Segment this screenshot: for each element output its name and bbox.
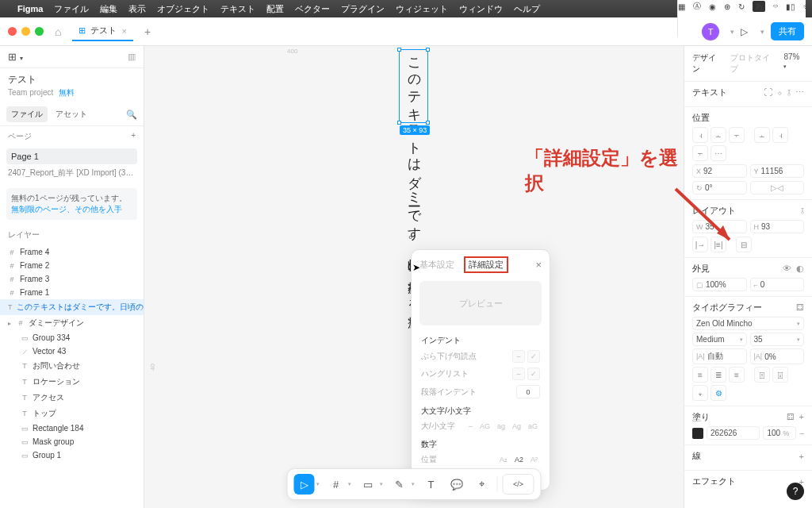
font-weight-select[interactable]: Medium▾ [692,333,747,346]
layer-item[interactable]: ▸#ダミーデザイン [0,315,144,331]
layer-item[interactable]: Tロケーション [0,374,144,390]
layer-item[interactable]: Tトップ [0,406,144,421]
chevron-down-icon[interactable]: ▾ [412,481,415,487]
tab-design[interactable]: デザイン [692,52,722,75]
text-settings-button[interactable]: ⚙ [710,385,726,401]
status-icon[interactable]: ⊕ [724,2,730,11]
status-icon[interactable]: ▦ [678,2,685,11]
layer-item[interactable]: #Frame 4 [0,245,144,259]
line-height-input[interactable]: |A|自動 [692,348,747,364]
menu-item[interactable]: ベクター [295,3,330,15]
plan-badge[interactable]: 無料 [59,88,75,97]
text-align-right-icon[interactable]: ≡ [729,367,745,383]
x-input[interactable]: X92 [692,164,747,178]
help-button[interactable]: ? [787,483,804,500]
opacity-input[interactable]: ▢100% [692,278,747,291]
align-left-icon[interactable]: ⫞ [692,127,708,143]
popup-tab-advanced[interactable]: 詳細設定 [464,256,508,273]
close-icon[interactable]: × [535,259,542,271]
text-valign-mid-icon[interactable]: ⍗ [772,367,788,383]
menu-item[interactable]: 表示 [128,3,146,15]
chevron-down-icon[interactable]: ▾ [760,28,764,36]
present-button[interactable]: ▷ [741,26,748,37]
text-align-left-icon[interactable]: ≡ [692,367,708,383]
selection-box[interactable] [399,49,428,123]
bluetooth-icon[interactable]: ⌔ [773,2,778,11]
chevron-down-icon[interactable]: ▾ [348,481,351,487]
layer-item[interactable]: ▭Group 334 [0,331,144,344]
tab-close-icon[interactable]: × [121,26,126,36]
toggle-on[interactable]: ✓ [527,350,540,363]
add-page-button[interactable]: + [131,131,136,142]
position-options[interactable]: A₂A2A² [497,454,540,465]
fill-hex-input[interactable]: 262626 [707,426,760,440]
style-icon[interactable]: ⚃ [796,302,804,313]
move-tool[interactable]: ▷ [294,474,315,495]
layer-item[interactable]: #Frame 2 [0,259,144,272]
menu-item[interactable]: ウィジェット [396,3,448,15]
status-icon[interactable]: ↻ [738,2,745,11]
frame-tool[interactable]: # [326,474,347,495]
ime-icon[interactable]: あ [753,1,765,12]
close-icon[interactable] [8,27,17,36]
layer-item[interactable]: Tこのテキストはダミーです。日頃の… [0,299,144,315]
tab-prototype[interactable]: プロトタイプ [730,52,776,75]
menu-item[interactable]: ファイル [54,3,89,15]
canvas[interactable]: 40 400 このテキストはダミーです。日頃の疲れを癒 35 × 93 「詳細設… [144,46,684,508]
file-tab[interactable]: ⊞ テスト × [72,21,132,41]
corner-input[interactable]: ⌐0 [750,278,805,291]
minimize-icon[interactable] [21,27,30,36]
y-input[interactable]: Y11156 [750,164,805,178]
toggle-off[interactable]: – [512,350,525,363]
tab-assets[interactable]: アセット [51,106,92,122]
align-top-icon[interactable]: ⫠ [754,127,770,143]
layer-item[interactable]: Tお問い合わせ [0,358,144,374]
zoom-level[interactable]: 87% ▾ [783,52,804,75]
menu-item[interactable]: ウィンドウ [459,3,503,15]
page-item[interactable]: Page 1 [6,148,137,164]
chevron-down-icon[interactable]: ▾ [730,28,734,36]
tab-file[interactable]: ファイル [6,106,48,122]
autolayout-add-icon[interactable]: ⫱ [801,206,804,216]
text-align-center-icon[interactable]: ≣ [710,367,726,383]
layer-item[interactable]: ▭Group 1 [0,448,144,462]
layer-item[interactable]: #Frame 3 [0,272,144,286]
menu-app[interactable]: Figma [17,4,43,13]
page-item[interactable]: 2407_Report_前半 [XD Import] (30-Ju… [0,166,144,183]
add-stroke-button[interactable]: + [799,452,804,461]
menu-item[interactable]: ヘルプ [514,3,540,15]
menu-item[interactable]: オブジェクト [157,3,209,15]
line-icon[interactable]: ◉ [709,2,716,11]
case-options[interactable]: –AGagAgaG [466,421,540,432]
letter-spacing-input[interactable]: |A|0% [750,348,805,364]
more-align-icon[interactable]: ⋯ [710,145,726,161]
link-icon[interactable]: ⛶ [764,87,772,98]
search-icon[interactable]: 🔍 [126,110,137,120]
menu-item[interactable]: 編集 [100,3,117,15]
wifi-icon[interactable]: ᯤ [803,2,806,11]
align-right-icon[interactable]: ⫟ [729,127,745,143]
font-family-select[interactable]: Zen Old Mincho▾ [692,317,804,330]
menu-item[interactable]: 配置 [266,3,284,15]
avatar[interactable]: T [702,23,719,40]
fill-opacity-input[interactable]: 100% [763,426,796,440]
battery-icon[interactable]: ▮▯ [786,2,795,11]
align-hcenter-icon[interactable]: ⫠ [710,127,726,143]
visibility-icon[interactable]: 👁 [783,264,791,274]
zoom-icon[interactable] [35,27,44,36]
project-name[interactable]: テスト [8,73,136,87]
share-button[interactable]: 共有 [771,22,804,40]
expand-icon[interactable]: ▸ [8,320,11,327]
fill-swatch[interactable] [692,428,703,439]
remove-fill-button[interactable]: – [799,429,804,437]
traffic-lights[interactable] [8,27,44,36]
home-icon[interactable]: ⌂ [50,25,66,38]
flip-button[interactable]: ▷◁ [750,181,805,194]
status-icon[interactable]: Ⓐ [693,1,701,12]
chevron-down-icon[interactable]: ▾ [380,481,383,487]
autolayout-icon[interactable]: ⫱ [787,87,791,98]
layer-item[interactable]: #Frame 1 [0,286,144,299]
blend-icon[interactable]: ◐ [796,264,804,274]
panel-toggle-icon[interactable]: ▥ [128,52,136,62]
dev-mode-toggle[interactable]: </> [503,474,534,495]
